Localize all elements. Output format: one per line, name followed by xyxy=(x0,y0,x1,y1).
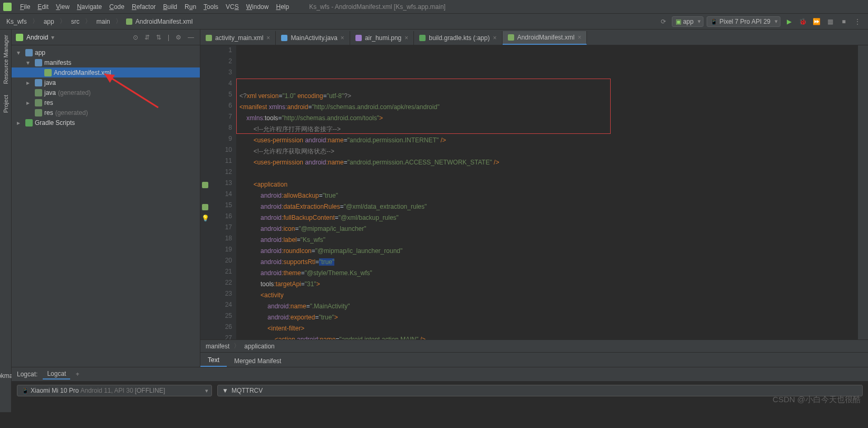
right-gutter xyxy=(857,45,868,339)
chevron-down-icon[interactable]: ▾ xyxy=(51,34,54,41)
collapse-icon[interactable]: ⇅ xyxy=(155,34,163,41)
close-icon[interactable]: × xyxy=(404,34,408,42)
logcat-tab[interactable]: Logcat xyxy=(43,369,70,380)
menu-file[interactable]: File xyxy=(17,2,33,12)
debug-button[interactable]: 🐞 xyxy=(797,16,808,27)
android-icon xyxy=(16,34,23,41)
left-tool-rail-bottom: Bookmarks xyxy=(0,367,12,412)
menu-code[interactable]: Code xyxy=(106,2,128,12)
gear-icon[interactable]: ⚙ xyxy=(174,34,183,41)
menubar: File Edit View Navigate Code Refactor Bu… xyxy=(0,0,868,14)
crumb-application[interactable]: application xyxy=(244,343,274,350)
add-tab-icon[interactable]: + xyxy=(75,371,79,378)
profile-button[interactable]: ⏩ xyxy=(811,16,822,27)
run-button[interactable]: ▶ xyxy=(784,16,794,27)
xml-icon xyxy=(126,18,132,25)
sync-icon[interactable]: ⟳ xyxy=(658,16,669,27)
tab-air_humi-png[interactable]: air_humi.png× xyxy=(350,31,414,45)
crumb-src[interactable]: src xyxy=(70,18,81,25)
editor-mode-tabs: Text Merged Manifest xyxy=(200,352,868,367)
watermark: CSDN @小白今天也很酷 xyxy=(773,395,861,405)
close-icon[interactable]: × xyxy=(493,34,497,42)
logcat-bar: Logcat: Logcat + xyxy=(12,367,868,381)
logcat-filter-input[interactable]: ▼ MQTTRCV xyxy=(217,385,863,396)
close-icon[interactable]: × xyxy=(266,34,270,42)
stop-button[interactable]: ■ xyxy=(838,16,849,27)
menu-help[interactable]: Help xyxy=(273,2,292,12)
tree-item-Gradle-Scripts[interactable]: ▸Gradle Scripts xyxy=(12,118,200,128)
crumb-manifest[interactable]: manifest xyxy=(206,343,229,350)
menu-refactor[interactable]: Refactor xyxy=(129,2,159,12)
crumb-app[interactable]: app xyxy=(43,18,55,25)
menu-build[interactable]: Build xyxy=(160,2,180,12)
tab-AndroidManifest-xml[interactable]: AndroidManifest.xml× xyxy=(503,31,587,45)
menu-window[interactable]: Window xyxy=(243,2,272,12)
menu-vcs[interactable]: VCS xyxy=(223,2,242,12)
android-gutter-icon[interactable] xyxy=(202,204,208,210)
crumb-main[interactable]: main xyxy=(95,18,111,25)
tree-item-app[interactable]: ▾app xyxy=(12,47,200,57)
tab-build-gradle-kts-app-[interactable]: build.gradle.kts (:app)× xyxy=(414,31,502,45)
expand-icon[interactable]: ⇵ xyxy=(143,34,151,41)
android-gutter-icon[interactable] xyxy=(202,182,208,188)
project-tree[interactable]: ▾app▾manifestsAndroidManifest.xml▸javaja… xyxy=(12,45,200,130)
filter-icon: ▼ xyxy=(222,387,228,394)
gutter-marks: 💡 xyxy=(200,45,210,339)
tab-text[interactable]: Text xyxy=(200,354,227,367)
code-editor[interactable]: <?xml version="1.0" encoding="utf-8"?><m… xyxy=(236,45,857,339)
code-breadcrumb: manifest〉 application xyxy=(200,339,868,352)
divider: | xyxy=(166,34,171,41)
run-config-combo[interactable]: ▣ app xyxy=(672,16,703,27)
crumb-file[interactable]: AndroidManifest.xml xyxy=(134,18,194,25)
tree-item-java[interactable]: java (generated) xyxy=(12,87,200,98)
logcat-device-combo[interactable]: 📱 Xiaomi Mi 10 Pro Android 11, API 30 [O… xyxy=(17,385,212,396)
close-icon[interactable]: × xyxy=(577,34,581,41)
crumb-root[interactable]: Ks_wfs xyxy=(5,18,28,25)
menu-navigate[interactable]: Navigate xyxy=(74,2,105,12)
tab-MainActivity-java[interactable]: MainActivity.java× xyxy=(276,31,350,45)
tree-item-java[interactable]: ▸java xyxy=(12,77,200,87)
tree-item-AndroidManifest-xml[interactable]: AndroidManifest.xml xyxy=(12,67,200,77)
left-tool-rail: Resource Manager Project xyxy=(0,30,12,367)
tree-item-res[interactable]: res (generated) xyxy=(12,108,200,118)
rail-resource-manager[interactable]: Resource Manager xyxy=(3,35,9,84)
tree-item-res[interactable]: ▸res xyxy=(12,98,200,108)
menu-tools[interactable]: Tools xyxy=(200,2,221,12)
tree-item-manifests[interactable]: ▾manifests xyxy=(12,57,200,67)
editor-tabs: activity_main.xml×MainActivity.java×air_… xyxy=(200,30,868,45)
menu-edit[interactable]: Edit xyxy=(34,2,52,12)
coverage-button[interactable]: ▦ xyxy=(825,16,835,27)
rail-project[interactable]: Project xyxy=(3,95,9,113)
locate-icon[interactable]: ⊙ xyxy=(131,34,140,41)
project-panel: Android ▾ ⊙ ⇵ ⇅ | ⚙ — ▾app▾manifestsAndr… xyxy=(12,30,200,367)
more-icon[interactable]: ⋮ xyxy=(852,16,863,27)
menu-view[interactable]: View xyxy=(53,2,73,12)
bulb-icon[interactable]: 💡 xyxy=(201,215,209,222)
app-logo-icon xyxy=(3,3,12,11)
tab-merged[interactable]: Merged Manifest xyxy=(227,355,288,367)
logcat-label: Logcat: xyxy=(17,371,37,378)
close-icon[interactable]: × xyxy=(341,34,344,42)
window-title: Ks_wfs - AndroidManifest.xml [Ks_wfs.app… xyxy=(309,3,446,11)
project-view-mode[interactable]: Android xyxy=(26,34,48,41)
tab-activity_main-xml[interactable]: activity_main.xml× xyxy=(200,31,276,45)
gutter: 1234567891011121314151617181920212223242… xyxy=(210,45,236,339)
menu-run[interactable]: Run xyxy=(181,2,199,12)
device-combo[interactable]: 📱 Pixel 7 Pro API 29 xyxy=(707,16,780,27)
hide-icon[interactable]: — xyxy=(186,34,196,41)
navigation-bar: Ks_wfs〉 app〉 src〉 main〉 AndroidManifest.… xyxy=(0,14,868,30)
